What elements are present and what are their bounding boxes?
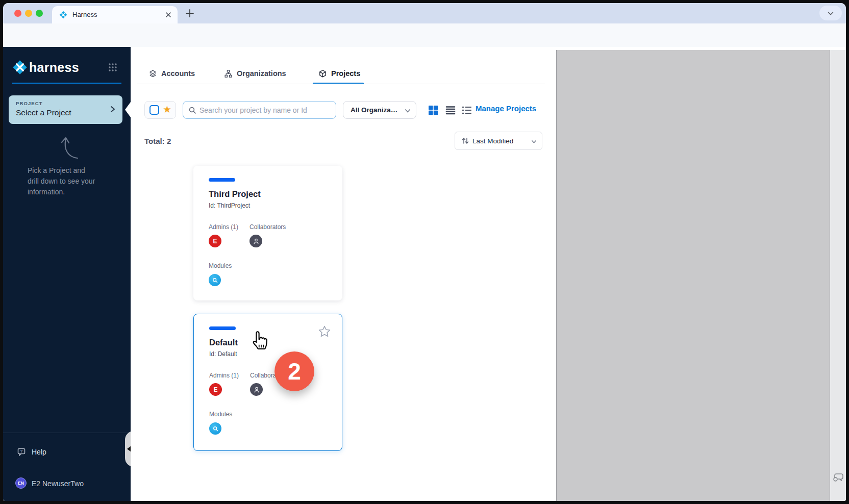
right-edge-strip: [830, 50, 846, 501]
chevron-down-icon: [405, 108, 411, 114]
module-icon[interactable]: [209, 422, 221, 435]
hint-line: Pick a Project and: [28, 165, 109, 176]
project-id: Id: Default: [209, 350, 237, 358]
tab-projects[interactable]: Projects: [318, 67, 360, 80]
brand-underline: [12, 83, 121, 84]
org-chart-icon: [224, 69, 233, 78]
project-color-bar: [209, 326, 236, 330]
admins-label: Admins (1): [209, 372, 239, 379]
browser-window: Harness: [3, 3, 846, 501]
project-id: Id: ThirdProject: [209, 202, 250, 209]
modules-label: Modules: [209, 411, 232, 418]
harness-logo-icon: [12, 60, 28, 75]
tab-accounts-label: Accounts: [161, 69, 195, 78]
step-annotation-badge: 2: [274, 351, 314, 391]
browser-tab-strip: Harness: [3, 3, 846, 23]
tabs-bottom-border: [137, 84, 545, 84]
favorites-filter-group: ★: [144, 101, 176, 119]
admin-avatar[interactable]: E: [209, 235, 221, 247]
sort-arrows-icon: [461, 137, 469, 145]
admins-label: Admins (1): [209, 223, 238, 231]
manage-projects-link[interactable]: Manage Projects: [476, 104, 536, 113]
harness-sidebar: harness PROJECT Select a Project: [3, 47, 131, 501]
magnifier-icon: [212, 277, 218, 284]
harness-favicon-icon: [59, 11, 67, 19]
project-search: [183, 101, 336, 119]
collaborators-label: Collaborators: [249, 223, 286, 231]
help-chat-icon: ?: [16, 447, 27, 458]
browser-tab[interactable]: Harness: [52, 6, 178, 23]
admin-avatar[interactable]: E: [209, 383, 222, 396]
tab-organizations[interactable]: Organizations: [224, 67, 286, 80]
cursor-pointer-icon: [250, 330, 270, 354]
tab-close-icon[interactable]: [164, 11, 172, 19]
main-content: Accounts Organizations Projects: [131, 47, 556, 501]
person-icon: [253, 238, 260, 245]
help-label: Help: [32, 448, 46, 456]
browser-toolbar: app.harness.io/ng/account/YWdkwNPiTceDUK…: [3, 23, 846, 47]
magnifier-icon: [212, 425, 219, 432]
person-icon: [253, 386, 260, 393]
cube-icon: [318, 69, 327, 78]
project-title: Third Project: [209, 189, 261, 199]
sort-dropdown[interactable]: Last Modified: [455, 132, 542, 150]
favorites-star-icon[interactable]: ★: [163, 104, 171, 115]
tab-search-button[interactable]: [819, 6, 842, 20]
tab-accounts[interactable]: Accounts: [148, 67, 195, 80]
sort-value: Last Modified: [472, 137, 513, 145]
modules-label: Modules: [209, 262, 232, 269]
tab-organizations-label: Organizations: [237, 69, 286, 78]
organization-filter-dropdown[interactable]: All Organiza…: [343, 101, 416, 119]
chevron-right-icon: [109, 106, 116, 113]
brand-wordmark: harness: [29, 60, 79, 75]
mac-maximize-button[interactable]: [36, 10, 43, 17]
project-selector[interactable]: PROJECT Select a Project: [9, 95, 122, 124]
search-icon: [188, 106, 196, 114]
sidebar-hint-text: Pick a Project and drill down to see you…: [28, 165, 109, 197]
detailed-list-view-button[interactable]: [461, 104, 473, 116]
collaborator-avatar[interactable]: [249, 235, 262, 247]
search-input[interactable]: [199, 102, 332, 118]
content-notch: [125, 102, 131, 117]
curved-arrow-icon: [55, 133, 82, 161]
module-icon[interactable]: [209, 274, 221, 286]
list-view-button[interactable]: [444, 104, 457, 116]
mac-minimize-button[interactable]: [25, 10, 32, 17]
layers-icon: [148, 69, 157, 78]
favorites-checkbox[interactable]: [149, 105, 159, 115]
brand-row: harness: [12, 59, 121, 75]
collaborator-avatar[interactable]: [250, 383, 263, 396]
hint-line: information.: [28, 187, 109, 197]
project-title: Default: [209, 338, 238, 347]
project-card-third-project[interactable]: Third Project Id: ThirdProject Admins (1…: [193, 166, 342, 300]
sidebar-divider: [3, 433, 131, 433]
chat-bubbles-icon[interactable]: [832, 470, 845, 484]
grid-view-button[interactable]: [427, 104, 439, 116]
svg-text:?: ?: [20, 449, 23, 453]
chevron-down-icon: [531, 139, 537, 144]
new-tab-button[interactable]: [184, 7, 196, 19]
project-color-bar: [209, 178, 235, 182]
hint-line: drill down to see your: [28, 176, 109, 187]
user-avatar: EN: [15, 477, 27, 489]
project-selector-label: PROJECT: [16, 100, 43, 106]
page-content: harness PROJECT Select a Project: [3, 47, 846, 501]
empty-gray-panel: [556, 50, 830, 501]
app-grid-icon[interactable]: [108, 63, 117, 72]
total-count-label: Total: 2: [144, 137, 171, 145]
project-selector-value: Select a Project: [16, 108, 71, 117]
tab-title: Harness: [72, 11, 97, 18]
tab-projects-label: Projects: [331, 69, 360, 78]
user-name: E2 NewuserTwo: [32, 480, 84, 488]
mac-close-button[interactable]: [14, 10, 21, 17]
chevron-down-icon: [827, 10, 834, 17]
favorite-star-icon[interactable]: [317, 324, 332, 339]
organization-filter-value: All Organiza…: [351, 106, 397, 114]
